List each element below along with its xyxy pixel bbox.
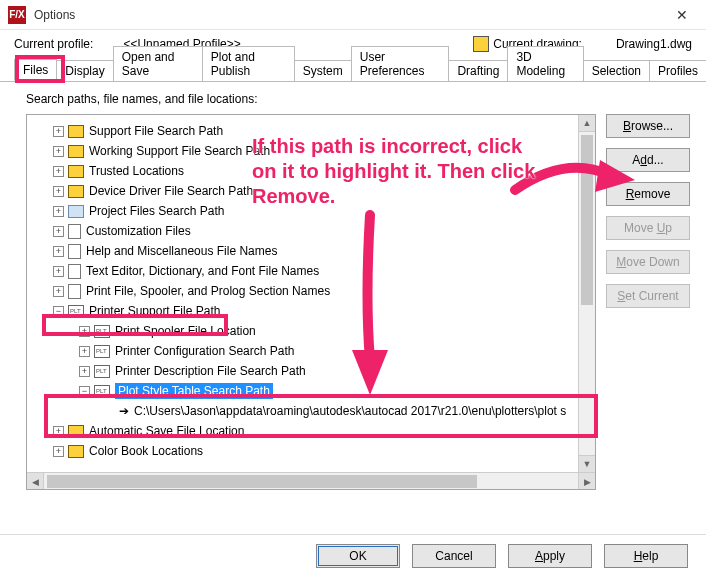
tree-node-support[interactable]: +Support File Search Path	[27, 121, 595, 141]
tree-node-text-editor[interactable]: +Text Editor, Dictionary, and Font File …	[27, 261, 595, 281]
expand-icon[interactable]: +	[53, 186, 64, 197]
scroll-up-icon[interactable]: ▲	[579, 115, 595, 132]
tree-node-customization[interactable]: +Customization Files	[27, 221, 595, 241]
scroll-right-icon[interactable]: ▶	[578, 473, 595, 490]
expand-icon[interactable]: +	[53, 286, 64, 297]
tab-system[interactable]: System	[294, 60, 352, 81]
tab-files[interactable]: Files	[14, 59, 57, 81]
tab-selection[interactable]: Selection	[583, 60, 650, 81]
tree-caption: Search paths, file names, and file locat…	[26, 92, 692, 106]
tree-node-plot-style-path[interactable]: ➔C:\Users\Jason\appdata\roaming\autodesk…	[27, 401, 595, 421]
tab-body: Search paths, file names, and file locat…	[0, 82, 706, 520]
folder-icon	[68, 445, 84, 458]
collapse-icon[interactable]: −	[79, 386, 90, 397]
dialog-buttons: OK Cancel Apply Help	[0, 534, 706, 568]
folder-icon	[68, 425, 84, 438]
drawing-icon	[473, 36, 489, 52]
tree-node-printer-support[interactable]: −Printer Support File Path	[27, 301, 595, 321]
ok-button[interactable]: OK	[316, 544, 400, 568]
scroll-thumb[interactable]	[581, 135, 593, 305]
tree-node-printer-desc[interactable]: +Printer Description File Search Path	[27, 361, 595, 381]
tab-strip: Files Display Open and Save Plot and Pub…	[0, 58, 706, 82]
page-icon	[68, 264, 81, 279]
expand-icon[interactable]: +	[79, 346, 90, 357]
plt-icon	[94, 345, 110, 358]
expand-icon[interactable]: +	[53, 426, 64, 437]
folder-icon	[68, 125, 84, 138]
tree-node-print-spooler-loc[interactable]: +Print Spooler File Location	[27, 321, 595, 341]
expand-icon[interactable]: +	[53, 226, 64, 237]
folder-icon	[68, 185, 84, 198]
title-bar: F/X Options ✕	[0, 0, 706, 30]
expand-icon[interactable]: +	[79, 326, 90, 337]
collapse-icon[interactable]: −	[53, 306, 64, 317]
expand-icon[interactable]: +	[79, 366, 90, 377]
page-icon	[68, 224, 81, 239]
expand-icon[interactable]: +	[53, 266, 64, 277]
tab-profiles[interactable]: Profiles	[649, 60, 706, 81]
expand-icon[interactable]: +	[53, 146, 64, 157]
tree-node-working[interactable]: +Working Support File Search Path	[27, 141, 595, 161]
current-profile-label: Current profile:	[14, 37, 93, 51]
tab-plot-and-publish[interactable]: Plot and Publish	[202, 46, 295, 81]
scroll-left-icon[interactable]: ◀	[27, 473, 44, 490]
plt-icon	[68, 305, 84, 318]
side-button-column: Browse... Add... Remove Move Up Move Dow…	[606, 114, 690, 308]
page-icon	[68, 284, 81, 299]
current-drawing-value: Drawing1.dwg	[616, 37, 692, 51]
plt-icon	[94, 385, 110, 398]
tree-node-printer-config[interactable]: +Printer Configuration Search Path	[27, 341, 595, 361]
remove-button[interactable]: Remove	[606, 182, 690, 206]
folder-icon	[68, 205, 84, 218]
folder-icon	[68, 145, 84, 158]
help-button[interactable]: Help	[604, 544, 688, 568]
plt-icon	[94, 365, 110, 378]
expand-icon[interactable]: +	[53, 166, 64, 177]
tab-drafting[interactable]: Drafting	[448, 60, 508, 81]
tree-node-project[interactable]: +Project Files Search Path	[27, 201, 595, 221]
window-title: Options	[34, 8, 75, 22]
scroll-down-icon[interactable]: ▼	[579, 455, 595, 472]
expand-icon[interactable]: +	[53, 126, 64, 137]
set-current-button: Set Current	[606, 284, 690, 308]
expand-icon[interactable]: +	[53, 206, 64, 217]
horizontal-scrollbar[interactable]: ◀ ▶	[27, 472, 595, 489]
tab-open-and-save[interactable]: Open and Save	[113, 46, 203, 81]
tree-node-help-misc[interactable]: +Help and Miscellaneous File Names	[27, 241, 595, 261]
tree-view[interactable]: +Support File Search Path +Working Suppo…	[26, 114, 596, 490]
expand-icon[interactable]: +	[53, 446, 64, 457]
apply-button[interactable]: Apply	[508, 544, 592, 568]
browse-button[interactable]: Browse...	[606, 114, 690, 138]
path-arrow-icon: ➔	[119, 404, 129, 418]
tree-node-trusted[interactable]: +Trusted Locations	[27, 161, 595, 181]
tab-user-preferences[interactable]: User Preferences	[351, 46, 450, 81]
scroll-thumb[interactable]	[47, 475, 477, 488]
vertical-scrollbar[interactable]: ▲ ▼	[578, 115, 595, 472]
add-button[interactable]: Add...	[606, 148, 690, 172]
tree-node-print-spool-prolog[interactable]: +Print File, Spooler, and Prolog Section…	[27, 281, 595, 301]
tree-node-autosave[interactable]: +Automatic Save File Location	[27, 421, 595, 441]
cancel-button[interactable]: Cancel	[412, 544, 496, 568]
close-icon[interactable]: ✕	[666, 3, 698, 27]
page-icon	[68, 244, 81, 259]
move-up-button: Move Up	[606, 216, 690, 240]
app-icon: F/X	[8, 6, 26, 24]
tree-node-plot-style[interactable]: −Plot Style Table Search Path	[27, 381, 595, 401]
tree-node-colorbook[interactable]: +Color Book Locations	[27, 441, 595, 461]
folder-icon	[68, 165, 84, 178]
move-down-button: Move Down	[606, 250, 690, 274]
tab-display[interactable]: Display	[52, 60, 113, 81]
expand-icon[interactable]: +	[53, 246, 64, 257]
plt-icon	[94, 325, 110, 338]
tree-node-driver[interactable]: +Device Driver File Search Path	[27, 181, 595, 201]
tab-3d-modeling[interactable]: 3D Modeling	[507, 46, 583, 81]
